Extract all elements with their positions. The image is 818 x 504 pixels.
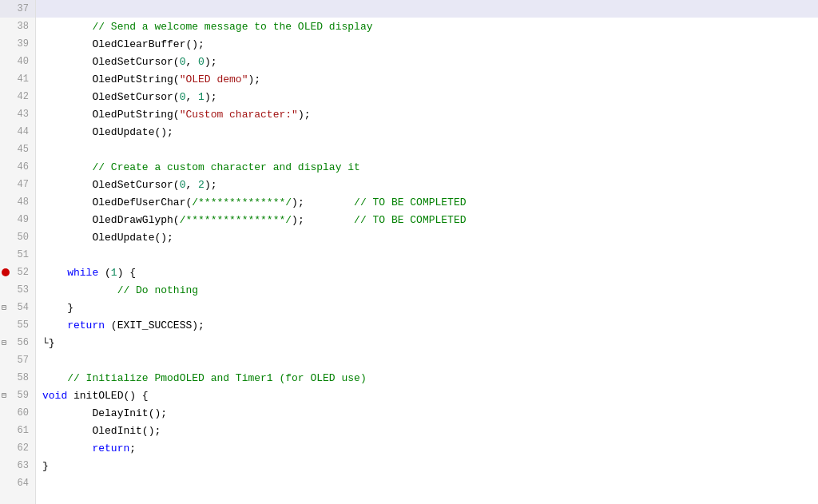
indent-token [42,267,67,279]
line-number-46: 46 [0,158,35,176]
keyword-token: while [67,267,98,279]
code-line-50: OledUpdate(); [36,228,818,246]
line-number-50: 50 [0,228,35,246]
line-number-45: 45 [0,141,35,158]
comment-token: // TO BE COMPLETED [354,196,466,208]
plain-token: ; [129,442,136,454]
number-token: 0 [198,56,204,68]
code-line-56: └} [36,334,818,351]
line-number-58: 58 [0,369,35,387]
line-number-54: ⊟54 [0,299,35,316]
comment-token: // TO BE COMPLETED [354,214,466,226]
line-number-49: 49 [0,211,35,228]
code-line-43: OledPutString("Custom character:"); [36,105,818,123]
fold-icon[interactable]: ⊟ [2,338,6,347]
code-line-48: OledDefUserChar(/**************/); // TO… [36,193,818,211]
comment-token: /****************/ [180,214,292,226]
plain-token: initOLED() { [67,390,148,402]
number-token: 2 [198,179,204,191]
indent-token [42,196,92,208]
plain-token: OledUpdate(); [92,232,173,244]
line-number-48: 48 [0,193,35,211]
code-line-38: // Send a welcome message to the OLED di… [36,18,818,35]
indent-token [42,232,92,244]
code-line-49: OledDrawGlyph(/****************/); // TO… [36,211,818,228]
plain-token: ); [204,56,217,68]
line-number-37: 37 [0,0,35,18]
code-line-55: return (EXIT_SUCCESS); [36,316,818,334]
breakpoint-icon [2,268,10,276]
plain-token: OledPutString( [92,109,179,121]
code-line-57 [36,351,818,369]
line-number-62: 62 [0,439,35,457]
plain-token: DelayInit(); [92,407,167,419]
plain-token: OledDrawGlyph( [92,214,179,226]
comment-token: // Initialize PmodOLED and Timer1 (for O… [67,372,366,384]
line-number-64: 64 [0,474,35,492]
code-line-40: OledSetCursor(0, 0); [36,53,818,70]
code-line-64 [36,474,818,492]
line-numbers: 3738394041424344454647484950515253⊟5455⊟… [0,0,36,504]
number-token: 0 [180,56,186,68]
string-token: "Custom character:" [180,109,298,121]
fold-icon[interactable]: ⊟ [2,391,6,400]
plain-token: ); [204,91,217,103]
line-number-42: 42 [0,88,35,105]
comment-token: /**************/ [192,196,292,208]
plain-token: OledPutString( [92,73,179,85]
code-line-62: return; [36,439,818,457]
line-number-59: ⊟59 [0,387,35,404]
line-number-52: 52 [0,264,35,281]
number-token: 1 [198,91,204,103]
code-line-63: } [36,457,818,474]
indent-token [42,73,92,85]
comment-token: // Send a welcome message to the OLED di… [92,21,372,33]
plain-token: OledInit(); [92,425,161,437]
line-number-53: 53 [0,281,35,299]
code-line-37 [36,0,818,18]
comment-token: // Do nothing [117,284,198,296]
line-number-40: 40 [0,53,35,70]
plain-token: OledUpdate(); [92,126,173,138]
line-number-39: 39 [0,35,35,53]
plain-token: ); [292,196,354,208]
plain-token: ); [204,179,217,191]
comment-token: // Create a custom character and display… [92,161,359,173]
indent-token [42,407,92,419]
keyword-token: return [67,319,105,331]
line-number-57: 57 [0,351,35,369]
number-token: 0 [180,179,186,191]
indent-token [42,372,67,384]
indent-token [42,91,92,103]
plain-token: } [42,460,49,472]
indent-token [42,21,92,33]
line-number-44: 44 [0,123,35,141]
indent-token [42,442,92,454]
code-line-45 [36,141,818,158]
plain-token: OledSetCursor( [92,91,179,103]
line-number-41: 41 [0,70,35,88]
line-number-47: 47 [0,176,35,193]
indent-token [42,109,92,121]
code-line-46: // Create a custom character and display… [36,158,818,176]
plain-token: OledClearBuffer(); [92,38,204,50]
indent-token [42,284,117,296]
plain-token: (EXIT_SUCCESS); [105,319,204,331]
line-number-60: 60 [0,404,35,422]
line-number-51: 51 [0,246,35,264]
line-number-61: 61 [0,422,35,439]
indent-token [42,56,92,68]
code-line-54: } [36,299,818,316]
code-line-59: void initOLED() { [36,387,818,404]
fold-icon[interactable]: ⊟ [2,303,6,312]
plain-token: ); [298,109,311,121]
indent-token [42,179,92,191]
code-line-53: // Do nothing [36,281,818,299]
line-number-63: 63 [0,457,35,474]
code-line-52: while (1) { [36,264,818,281]
code-editor: 3738394041424344454647484950515253⊟5455⊟… [0,0,818,504]
code-line-47: OledSetCursor(0, 2); [36,176,818,193]
keyword-token: return [92,442,129,454]
plain-token: └} [42,337,55,349]
code-content[interactable]: // Send a welcome message to the OLED di… [36,0,818,504]
